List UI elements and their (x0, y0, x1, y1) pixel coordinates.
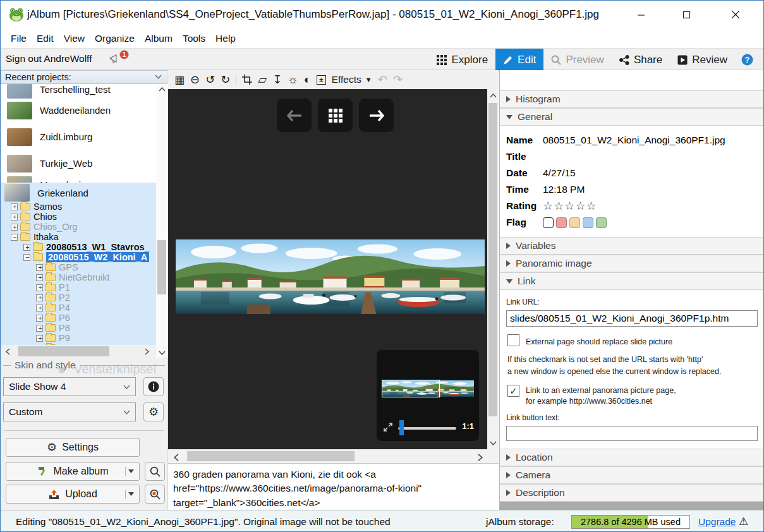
crop-icon[interactable] (242, 75, 252, 85)
expand-icon[interactable] (36, 264, 43, 271)
browse-uploaded-button[interactable] (145, 485, 165, 504)
tree-item-samos[interactable]: Samos (1, 202, 156, 212)
upgrade-link[interactable]: Upgrade (698, 516, 736, 528)
next-image-button[interactable] (359, 99, 394, 132)
list-item[interactable]: ZuidLimburg (1, 127, 156, 147)
straighten-icon[interactable]: ▱ (258, 74, 267, 85)
list-item[interactable]: Macedonie (1, 175, 156, 183)
fit-to-window-icon[interactable] (383, 422, 393, 432)
link-button-text-input[interactable] (506, 426, 758, 441)
effects-menu[interactable]: Effects ▼ (332, 74, 372, 85)
scroll-down-icon[interactable] (156, 348, 167, 358)
expand-icon[interactable] (36, 325, 43, 332)
levels-icon[interactable]: ± (317, 75, 326, 85)
menu-view[interactable]: View (59, 31, 90, 46)
maximize-button[interactable] (672, 1, 701, 28)
scrollbar-thumb[interactable] (157, 240, 166, 294)
expand-icon[interactable] (11, 224, 18, 231)
canvas-vertical-scrollbar[interactable] (487, 89, 499, 449)
tree-item-p4[interactable]: P4 (1, 303, 156, 313)
warning-icon[interactable]: ⚠ (739, 515, 748, 528)
date-value[interactable]: 4/27/15 (543, 167, 576, 179)
mode-share[interactable]: Share (612, 49, 670, 71)
expand-icon[interactable] (36, 294, 43, 301)
mode-preview[interactable]: Preview (543, 49, 611, 71)
make-album-dropdown[interactable] (125, 467, 134, 476)
flag-chip[interactable] (556, 217, 567, 228)
expand-icon[interactable] (11, 214, 18, 221)
section-camera[interactable]: Camera (500, 466, 764, 484)
scrollbar-thumb[interactable] (488, 103, 497, 416)
scroll-right-icon[interactable] (141, 346, 152, 356)
section-description[interactable]: Description (500, 484, 764, 502)
expand-icon[interactable] (11, 203, 18, 210)
link-url-input[interactable] (506, 310, 758, 327)
undo-icon[interactable]: ↶ (378, 74, 387, 85)
section-variables[interactable]: Variables (500, 237, 764, 255)
expand-icon[interactable] (36, 315, 43, 322)
tree-item-ithaka[interactable]: Ithaka (1, 232, 156, 242)
section-location[interactable]: Location (500, 449, 764, 466)
menu-file[interactable]: File (6, 31, 32, 46)
tree-item-chios[interactable]: Chios (1, 212, 156, 222)
expand-icon[interactable] (23, 244, 30, 251)
collapse-icon[interactable] (11, 234, 18, 241)
contrast-icon[interactable]: ◐ (304, 74, 311, 85)
external-panorama-checkbox-checked[interactable]: ✓ (507, 385, 519, 397)
expand-icon[interactable] (36, 335, 43, 342)
exclude-icon[interactable]: ⊖ (190, 74, 200, 85)
preview-album-button[interactable] (145, 462, 165, 481)
close-button[interactable] (721, 1, 750, 28)
scroll-left-icon[interactable] (171, 452, 182, 462)
style-settings-button[interactable]: ⚙ (143, 402, 164, 421)
time-value[interactable]: 12:18 PM (543, 184, 585, 195)
expand-icon[interactable] (36, 305, 43, 311)
menu-organize[interactable]: Organize (90, 31, 140, 46)
flag-chip[interactable] (596, 217, 607, 228)
list-item[interactable]: Terschelling_test (1, 84, 156, 99)
scrollbar-thumb[interactable] (187, 451, 355, 461)
tree-horizontal-scrollbar[interactable] (1, 345, 156, 358)
skin-info-button[interactable] (143, 377, 164, 396)
tree-item-gps[interactable]: GPS (1, 262, 156, 272)
zoom-slider[interactable] (398, 427, 456, 430)
rotate-left-icon[interactable]: ↺ (205, 74, 215, 85)
menu-tools[interactable]: Tools (178, 31, 210, 46)
redo-icon[interactable]: ↷ (393, 74, 403, 85)
tree-item-20080515-selected[interactable]: 20080515_W2_Kioni_A (1, 252, 156, 262)
flag-chip[interactable] (583, 217, 593, 228)
section-panoramic[interactable]: Panoramic image (500, 255, 764, 272)
skin-select[interactable]: Slide Show 4 (3, 377, 136, 396)
upload-dropdown[interactable] (125, 490, 134, 499)
upload-button[interactable]: Upload (6, 485, 140, 504)
scroll-left-icon[interactable] (2, 346, 13, 356)
thumbnail-grid-icon[interactable]: ▦ (174, 75, 185, 85)
menu-edit[interactable]: Edit (32, 31, 59, 46)
recent-projects-dropdown[interactable]: Recent projects: (1, 70, 167, 84)
section-link[interactable]: Link (500, 272, 764, 290)
menu-album[interactable]: Album (140, 31, 178, 46)
image-canvas[interactable]: 1:1 (168, 89, 487, 449)
replace-checkbox-unchecked[interactable] (507, 334, 519, 346)
style-select[interactable]: Custom (3, 402, 136, 421)
tree-item-p1[interactable]: P1 (1, 282, 156, 293)
mode-explore[interactable]: Explore (429, 49, 495, 71)
flag-chip[interactable] (569, 217, 580, 228)
tree-item-p2[interactable]: P2 (1, 293, 156, 303)
mode-edit[interactable]: Edit (495, 49, 543, 71)
tree-item-chios-org[interactable]: Chios_Org (1, 222, 156, 232)
section-histogram[interactable]: Histogram (500, 90, 764, 108)
tree-item-20080513[interactable]: 20080513_W1_Stavros_ (1, 242, 156, 252)
brightness-icon[interactable]: ☼ (288, 74, 298, 85)
sidebar-vertical-scrollbar[interactable] (156, 84, 167, 358)
previous-image-button[interactable] (277, 99, 312, 132)
collapse-icon[interactable] (23, 254, 30, 261)
expand-icon[interactable] (36, 284, 43, 291)
scroll-up-icon[interactable] (156, 84, 167, 94)
canvas-horizontal-scrollbar[interactable] (168, 449, 499, 463)
flag-chip[interactable] (543, 217, 554, 228)
thumbnail-index-button[interactable] (318, 99, 353, 132)
tree-root-griekenland[interactable]: Griekenland (1, 184, 156, 202)
caption-editor[interactable]: 360 graden panorama van Kioni, zie dit o… (168, 463, 499, 510)
scrollbar-thumb[interactable] (18, 346, 109, 356)
